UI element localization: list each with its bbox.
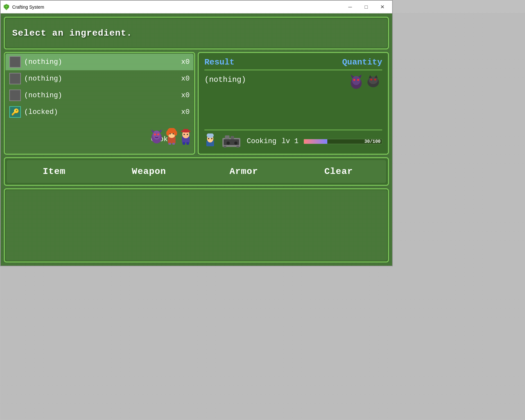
item-icon-2: [9, 90, 21, 101]
crafting-progress-bar: 30/100: [304, 139, 382, 144]
svg-point-13: [166, 131, 169, 136]
svg-point-28: [352, 76, 360, 85]
list-item[interactable]: 🔑 (locked) x0: [5, 104, 194, 120]
item-count-locked: x0: [181, 108, 190, 116]
result-title: Result: [204, 57, 235, 67]
svg-marker-7: [159, 129, 162, 133]
svg-point-48: [234, 141, 237, 145]
svg-rect-51: [237, 146, 239, 148]
item-count-1: x0: [181, 75, 190, 83]
svg-marker-6: [151, 129, 154, 133]
svg-point-9: [157, 133, 159, 135]
progress-bar-fill: [304, 139, 327, 144]
result-sprites: [348, 73, 381, 92]
weapon-button[interactable]: Weapon: [102, 160, 197, 183]
list-sprite-char-red: [179, 128, 192, 145]
list-item[interactable]: (nothing) x0: [5, 87, 194, 104]
list-sprite-char-orange: [165, 128, 178, 145]
ingredient-list: (nothing) x0 (nothing) x0 (nothing) x0: [5, 54, 194, 154]
item-icon-0: [9, 56, 21, 68]
svg-point-14: [174, 131, 177, 136]
clear-button[interactable]: Clear: [291, 160, 386, 183]
svg-point-43: [211, 138, 212, 139]
maximize-button[interactable]: □: [359, 2, 374, 12]
middle-row: (nothing) x0 (nothing) x0 (nothing) x0: [4, 52, 389, 155]
svg-rect-26: [186, 142, 189, 145]
item-name-locked: (locked): [24, 108, 178, 116]
header-text: Select an ingredient.: [12, 28, 132, 38]
svg-point-31: [353, 79, 355, 81]
item-icon-locked: 🔑: [9, 106, 21, 118]
result-header: Result Quantity: [204, 57, 382, 70]
crafting-sprite-blue: [204, 133, 216, 149]
svg-rect-46: [225, 135, 229, 139]
app-icon: [3, 4, 10, 10]
result-panel-inner: Result Quantity (nothing): [199, 54, 387, 154]
close-button[interactable]: ✕: [375, 2, 390, 12]
item-icon-1: [9, 73, 21, 84]
svg-point-49: [227, 141, 230, 145]
cooking-station-sprite: [221, 133, 242, 149]
cook-area: Cook: [5, 120, 194, 146]
list-sprite-creature: [149, 128, 164, 145]
svg-rect-18: [172, 143, 175, 145]
svg-rect-25: [183, 142, 185, 145]
list-item[interactable]: (nothing) x0: [5, 54, 194, 70]
description-panel-inner: [6, 190, 387, 261]
app-window: Crafting System ─ □ ✕ Select an ingredie…: [0, 0, 393, 266]
progress-text: 30/100: [365, 139, 381, 144]
item-count-2: x0: [181, 91, 190, 99]
quantity-title: Quantity: [342, 57, 382, 67]
result-sprite-creature: [348, 73, 364, 92]
svg-point-16: [173, 133, 174, 134]
svg-point-37: [370, 79, 372, 81]
window-title: Crafting System: [12, 4, 343, 10]
ingredient-list-panel: (nothing) x0 (nothing) x0 (nothing) x0: [4, 52, 195, 155]
minimize-button[interactable]: ─: [343, 2, 357, 12]
svg-rect-22: [183, 129, 188, 132]
game-area: Select an ingredient. (nothing) x0: [1, 13, 392, 266]
header-panel-inner: Select an ingredient.: [6, 19, 387, 47]
svg-point-32: [357, 79, 359, 81]
key-icon: 🔑: [11, 108, 19, 116]
armor-button[interactable]: Armor: [196, 160, 291, 183]
svg-rect-50: [224, 146, 226, 148]
svg-point-8: [154, 133, 156, 135]
svg-point-42: [208, 138, 209, 139]
result-sprite-dark: [366, 74, 381, 91]
window-controls: ─ □ ✕: [343, 2, 390, 12]
svg-point-24: [187, 134, 188, 135]
buttons-row: Item Weapon Armor Clear: [7, 160, 386, 183]
svg-point-38: [374, 79, 376, 81]
svg-rect-47: [231, 136, 234, 139]
svg-point-15: [169, 133, 171, 134]
item-name-2: (nothing): [24, 91, 178, 99]
item-count-0: x0: [181, 58, 190, 66]
header-panel: Select an ingredient.: [4, 17, 389, 49]
list-item[interactable]: (nothing) x0: [5, 70, 194, 87]
item-name-1: (nothing): [24, 75, 178, 83]
crafting-info: Cooking lv 1 30/100: [204, 130, 382, 149]
title-bar: Crafting System ─ □ ✕: [1, 1, 392, 13]
item-name-0: (nothing): [24, 58, 178, 66]
action-buttons-panel: Item Weapon Armor Clear: [4, 157, 389, 186]
description-panel: [4, 188, 389, 262]
crafting-level: lv 1: [281, 137, 298, 145]
svg-rect-17: [168, 143, 171, 145]
svg-point-23: [184, 134, 185, 135]
item-button[interactable]: Item: [7, 160, 102, 183]
crafting-name: Cooking: [247, 137, 276, 145]
result-panel: Result Quantity (nothing): [198, 52, 389, 155]
